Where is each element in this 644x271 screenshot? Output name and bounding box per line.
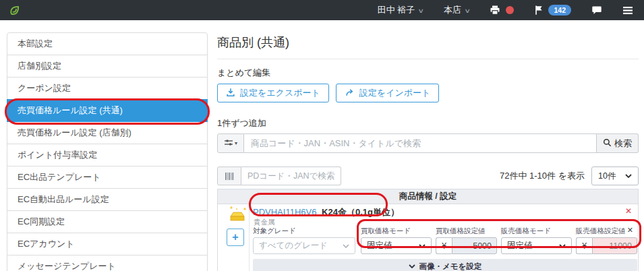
results-summary: 72件中 1-10件 を表示 <box>500 170 585 182</box>
bulk-edit-buttons: 設定をエクスポート 設定をインポート <box>217 84 639 102</box>
store-name: 本店 <box>444 4 461 16</box>
product-title: PDVHAI11H6V6 K24金（0.1g単位） <box>253 206 399 218</box>
flag-icon <box>534 5 544 16</box>
app-logo-leaf-icon[interactable] <box>8 4 21 17</box>
yen-currency-addon: ¥ <box>436 237 452 254</box>
sell-mode-label: 販売価格モード <box>501 227 572 235</box>
search-button-label: 検索 <box>614 138 632 150</box>
pagination-controls: 72件中 1-10件 を表示 10件 <box>500 167 639 185</box>
chevron-down-icon: ∨ <box>418 7 425 14</box>
buy-mode-select[interactable]: 固定値 <box>361 237 432 254</box>
download-icon <box>226 88 235 99</box>
import-settings-button[interactable]: 設定をインポート <box>336 84 440 102</box>
export-settings-button[interactable]: 設定をエクスポート <box>217 84 329 102</box>
chevron-down-icon <box>343 244 349 248</box>
sidebar-item[interactable]: ポイント付与率設定 <box>7 144 208 167</box>
sidebar-item-label: 売買価格ルール設定 (店舗別) <box>18 127 131 139</box>
add-rule-button[interactable]: + <box>227 229 244 246</box>
sidebar-item-label: EC自動出品ルール設定 <box>18 193 109 206</box>
buy-price-field: 買取価格設定値 ¥ <box>436 227 497 254</box>
printer-alert-dot <box>506 6 514 14</box>
sidebar-item-label: 売買価格ルール設定 (共通) <box>18 104 123 117</box>
buy-mode-value: 固定値 <box>367 240 392 251</box>
sidebar-item[interactable]: メッセージテンプレート <box>7 255 208 271</box>
buy-price-label: 買取価格設定値 <box>436 227 497 235</box>
sidebar-item-label: ECアカウント <box>18 238 75 250</box>
product-search-input[interactable] <box>244 133 597 153</box>
page-size-value: 10件 <box>598 171 616 182</box>
sidebar-item[interactable]: 売買価格ルール設定 (共通) <box>7 99 208 122</box>
curved-arrow-icon <box>345 88 355 99</box>
top-navbar: 田中 裕子 ∨ 本店 ∨ <box>0 0 644 20</box>
store-menu[interactable]: 本店 ∨ <box>444 4 470 16</box>
row-column-divider <box>249 204 250 271</box>
list-controls-row: 72件中 1-10件 を表示 10件 <box>217 167 639 185</box>
product-category: 貴金属 <box>254 218 275 227</box>
notification-count-badge: 142 <box>548 5 571 16</box>
sidebar-item[interactable]: 店舗別設定 <box>7 55 208 78</box>
sidebar-item-label: 店舗別設定 <box>18 60 61 72</box>
buy-price-input[interactable] <box>452 237 497 254</box>
sell-mode-select[interactable]: 固定値 <box>501 237 572 254</box>
sidebar-item-label: EC出品テンプレート <box>18 171 101 183</box>
product-name: K24金（0.1g単位） <box>322 207 399 217</box>
bulk-edit-section-label: まとめて編集 <box>217 67 639 79</box>
yen-currency-addon: ¥ <box>576 237 592 254</box>
buy-mode-field: 買取価格モード 固定値 <box>361 227 432 254</box>
page-title: 商品別 (共通) <box>217 32 639 59</box>
sidebar-item[interactable]: ECアカウント <box>7 233 208 255</box>
user-name: 田中 裕子 <box>378 4 415 16</box>
product-code-link[interactable]: PDVHAI11H6V6 <box>253 207 316 217</box>
sidebar-item-label: 本部設定 <box>18 38 53 50</box>
user-menu[interactable]: 田中 裕子 ∨ <box>378 4 423 16</box>
grade-value: すべてのグレード <box>259 240 328 251</box>
sidebar-item-label: ポイント付与率設定 <box>18 149 97 161</box>
image-memo-toggle[interactable]: 画像・メモを設定 <box>253 259 637 271</box>
page-size-select[interactable]: 10件 <box>591 167 639 185</box>
remove-product-button[interactable]: ✕ <box>625 207 632 215</box>
chevron-down-icon <box>419 244 426 248</box>
sidebar-item[interactable]: EC同期設定 <box>7 210 208 233</box>
chevron-down-icon <box>625 174 632 178</box>
chevron-down-icon: ▾ <box>235 140 237 146</box>
app-window: 田中 裕子 ∨ 本店 ∨ <box>0 0 644 271</box>
sliders-icon <box>224 138 233 150</box>
image-memo-label: 画像・メモを設定 <box>419 262 482 271</box>
magnifier-icon <box>603 138 612 149</box>
chevron-down-icon: ∨ <box>464 7 471 14</box>
grade-field: 対象グレード すべてのグレード <box>253 227 355 254</box>
sidebar-item[interactable]: クーポン設定 <box>7 77 208 100</box>
export-settings-label: 設定をエクスポート <box>240 87 320 99</box>
sidebar-item[interactable]: 本部設定 <box>7 32 208 55</box>
sidebar-item-label: EC同期設定 <box>18 216 65 228</box>
chevron-down-icon <box>409 264 415 268</box>
sidebar-item[interactable]: EC自動出品ルール設定 <box>7 188 208 211</box>
notifications[interactable]: 142 <box>534 5 571 16</box>
search-button[interactable]: 検索 <box>597 133 639 153</box>
barcode-search-input[interactable] <box>241 167 341 185</box>
barcode-icon-button[interactable] <box>217 167 241 185</box>
hamburger-menu-icon[interactable] <box>622 6 633 15</box>
grade-label: 対象グレード <box>253 227 355 235</box>
price-rule-fields: 対象グレード すべてのグレード 買取価格モード 固定値 <box>253 227 637 254</box>
import-settings-label: 設定をインポート <box>359 87 431 99</box>
buy-mode-label: 買取価格モード <box>361 227 432 235</box>
sidebar-item-label: メッセージテンプレート <box>18 260 116 271</box>
sidebar-item-label: クーポン設定 <box>18 82 71 94</box>
printer-status[interactable] <box>490 5 514 16</box>
remove-rule-button[interactable]: ✕ <box>627 227 633 234</box>
search-filter-button[interactable]: ▾ <box>217 133 244 153</box>
sell-mode-field: 販売価格モード 固定値 <box>501 227 572 254</box>
grade-select[interactable]: すべてのグレード <box>253 237 355 254</box>
sell-price-input[interactable] <box>592 237 637 254</box>
product-search-bar: ▾ 検索 <box>217 133 639 153</box>
sidebar-menu: 本部設定 店舗別設定 クーポン設定 売買価格ルール設定 (共通) 売買価格ルール… <box>7 32 208 271</box>
table-header: 商品情報 / 設定 <box>217 189 639 204</box>
product-row: + PDVHAI11H6V6 K24金（0.1g単位） 貴金属 ✕ 対象グレード… <box>217 204 639 271</box>
sidebar-item[interactable]: EC出品テンプレート <box>7 166 208 189</box>
sidebar-item[interactable]: 売買価格ルール設定 (店舗別) <box>7 121 208 144</box>
sell-mode-value: 固定値 <box>507 240 533 251</box>
gold-ingot-icon <box>227 206 247 225</box>
chevron-down-icon <box>559 244 566 248</box>
chat-icon[interactable] <box>591 5 602 16</box>
